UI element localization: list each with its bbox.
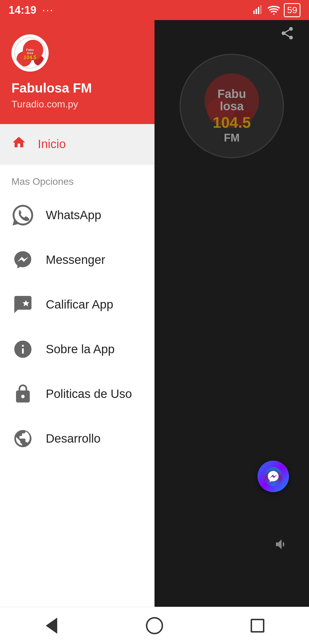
drawer-title: Fabulosa FM xyxy=(11,80,143,96)
politicas-label: Politicas de Uso xyxy=(46,387,132,401)
svg-text:losa: losa xyxy=(220,99,244,113)
calificar-label: Calificar App xyxy=(46,298,113,311)
svg-text:FM: FM xyxy=(224,132,240,144)
status-bar: 14:19 ··· 59 xyxy=(0,0,309,20)
svg-rect-2 xyxy=(258,7,260,14)
back-icon xyxy=(46,618,57,634)
menu-item-calificar[interactable]: Calificar App xyxy=(0,282,154,327)
globe-icon xyxy=(11,427,34,450)
status-dots: ··· xyxy=(42,4,54,16)
svg-rect-0 xyxy=(253,11,255,14)
svg-point-13 xyxy=(264,467,283,486)
svg-text:Fabu: Fabu xyxy=(217,87,246,101)
volume-icon[interactable] xyxy=(274,537,289,555)
avatar: Fabulosa 104.5 xyxy=(11,34,49,72)
menu-list: WhatsApp Messenger Calificar App xyxy=(0,193,154,624)
nav-bar xyxy=(0,607,309,644)
status-icons: 59 xyxy=(253,3,300,17)
share-icon[interactable] xyxy=(280,26,295,44)
right-panel: Fabu losa 104.5 FM xyxy=(154,0,309,624)
menu-item-desarrollo[interactable]: Desarrollo xyxy=(0,416,154,461)
nav-inicio[interactable]: Inicio xyxy=(0,124,154,164)
battery-indicator: 59 xyxy=(284,3,300,17)
info-icon xyxy=(11,338,34,361)
svg-point-4 xyxy=(273,13,275,15)
messenger-label: Messenger xyxy=(46,253,105,267)
sobre-label: Sobre la App xyxy=(46,342,115,356)
wifi-icon xyxy=(268,5,280,15)
messenger-fab[interactable] xyxy=(258,461,289,492)
radio-logo-background: Fabu losa 104.5 FM xyxy=(177,52,286,160)
desarrollo-label: Desarrollo xyxy=(46,432,100,445)
recents-icon xyxy=(251,619,264,633)
nav-inicio-label: Inicio xyxy=(38,137,66,151)
svg-rect-3 xyxy=(260,5,262,14)
home-icon xyxy=(146,617,163,634)
status-time: 14:19 xyxy=(9,4,36,16)
signal-icon xyxy=(253,5,264,15)
whatsapp-icon xyxy=(11,204,34,227)
drawer: Fabulosa 104.5 Fabulosa FM Turadio.com.p… xyxy=(0,20,154,624)
svg-rect-1 xyxy=(256,9,257,14)
whatsapp-label: WhatsApp xyxy=(46,208,101,222)
back-button[interactable] xyxy=(34,608,69,643)
mas-opciones-label: Mas Opciones xyxy=(0,164,154,193)
messenger-icon xyxy=(11,248,34,271)
menu-item-messenger[interactable]: Messenger xyxy=(0,237,154,282)
drawer-subtitle: Turadio.com.py xyxy=(11,99,143,110)
svg-text:104.5: 104.5 xyxy=(213,114,251,131)
menu-item-sobre[interactable]: Sobre la App xyxy=(0,327,154,372)
menu-item-politicas[interactable]: Politicas de Uso xyxy=(0,372,154,416)
home-button[interactable] xyxy=(137,608,172,643)
menu-item-whatsapp[interactable]: WhatsApp xyxy=(0,193,154,237)
recents-button[interactable] xyxy=(240,608,275,643)
calificar-icon xyxy=(11,293,34,316)
lock-icon xyxy=(11,382,34,405)
home-nav-icon xyxy=(11,135,26,153)
drawer-header: Fabulosa 104.5 Fabulosa FM Turadio.com.p… xyxy=(0,20,154,124)
